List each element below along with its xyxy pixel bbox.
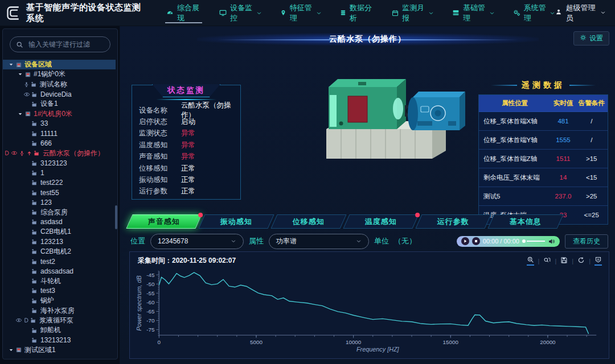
nav-item-1[interactable]: 综合展现	[166, 0, 201, 26]
device-icon	[31, 91, 38, 98]
telemetry-title: 遥测数据	[522, 80, 565, 90]
status-row-5: 声音感知异常	[139, 151, 236, 163]
device-icon	[31, 297, 38, 304]
volume-slider[interactable]	[522, 239, 545, 243]
sidebar-panel: 设备区域#1锅炉0米测试名称DeviceDia设备11#汽机房0米3311111…	[2, 28, 118, 359]
tree-item-label: C2B电机1	[40, 227, 71, 237]
panel-corner	[478, 94, 485, 101]
shield-icon[interactable]	[594, 256, 602, 266]
tree-item-29[interactable]: 13213213	[3, 335, 116, 345]
tree-item-20[interactable]: C2B电机2	[3, 247, 116, 257]
tab-label: 声音感知	[148, 217, 180, 227]
status-row-value: 正常	[181, 175, 195, 185]
tree-item-label: test222	[40, 179, 63, 187]
user-menu[interactable]: 超级管理员	[555, 3, 606, 23]
search-input[interactable]	[27, 40, 104, 49]
svg-text:-55: -55	[146, 290, 155, 296]
play-button[interactable]	[461, 237, 469, 245]
device-icon	[31, 81, 38, 88]
tree-item-24[interactable]: test3	[3, 286, 116, 296]
tree-item-21[interactable]: test2	[3, 257, 116, 266]
unit-value: （无）	[394, 236, 416, 246]
status-row-label: 温度感知	[139, 140, 181, 150]
nav-item-5[interactable]: 监测月报	[392, 0, 434, 26]
nav-item-4[interactable]: 数据分析	[340, 0, 374, 26]
refresh-icon[interactable]	[577, 257, 585, 265]
tree-item-8[interactable]: 11111	[3, 129, 116, 138]
monitor-icon	[219, 9, 227, 16]
nav-item-6[interactable]: 基础管理	[452, 0, 495, 26]
tree-item-11[interactable]: 3123123	[3, 158, 116, 168]
device-icon	[31, 268, 38, 275]
tree-item-7[interactable]: 33	[3, 119, 116, 129]
device-icon	[31, 278, 38, 284]
attribute-select[interactable]: 功率谱	[269, 234, 369, 249]
tree-item-22[interactable]: adssadsad	[3, 266, 116, 276]
tree-item-9[interactable]: 666	[3, 138, 116, 148]
tree-item-17[interactable]: asdasd	[3, 217, 116, 227]
device-icon	[31, 327, 38, 334]
nav-item-3[interactable]: 特征管理	[280, 0, 322, 26]
save-icon[interactable]	[560, 257, 568, 265]
player-time: 00:00 / 00:00	[483, 238, 519, 245]
tree-item-18[interactable]: C2B电机1	[3, 227, 116, 237]
tree-item-25[interactable]: 锅炉	[3, 296, 116, 305]
sidebar-scrollbar[interactable]	[115, 205, 117, 229]
tree-item-30[interactable]: 测试区域1	[3, 345, 116, 355]
app-root: 基于智能声学的设备状态监测系统 综合展现设备监控特征管理数据分析监测月报基础管理…	[0, 0, 615, 364]
telemetry-attr: 剩余电压_泵体末端	[479, 168, 551, 187]
alert-badge	[198, 213, 203, 217]
view-history-button[interactable]: 查看历史	[565, 234, 608, 249]
svg-text:-60: -60	[146, 299, 155, 305]
caret-icon	[9, 62, 14, 67]
tree-item-16[interactable]: 综合泵房	[3, 207, 116, 217]
nav-item-7[interactable]: 系统管理	[513, 0, 556, 26]
settings-button[interactable]: 设置	[573, 31, 609, 46]
telemetry-condition: <15	[575, 168, 608, 187]
tree-item-1[interactable]: 设备区域	[3, 60, 116, 69]
tree-item-5[interactable]: 设备1	[3, 99, 116, 109]
tree-item-label: 11111	[40, 130, 58, 138]
tab-4[interactable]: 温度感知	[343, 214, 419, 229]
tree-item-15[interactable]: 123	[3, 197, 116, 207]
tree-item-10[interactable]: 云酷水泵（勿操作）	[3, 148, 116, 158]
tree-item-3[interactable]: 测试名称	[3, 80, 116, 89]
tree-item-2[interactable]: #1锅炉0米	[3, 69, 116, 79]
pump-3d-model[interactable]	[291, 60, 468, 182]
device-icon	[31, 101, 38, 107]
tree-item-12[interactable]: 1	[3, 168, 116, 177]
tree-item-23[interactable]: 斗轮机	[3, 276, 116, 286]
tab-2[interactable]: 振动感知	[198, 214, 274, 229]
tree-item-14[interactable]: test55	[3, 188, 116, 197]
telemetry-title-row: 遥测数据	[478, 80, 608, 90]
mic-icon	[23, 81, 30, 88]
tree-item-19[interactable]: 123213	[3, 237, 116, 246]
tree-item-4[interactable]: DeviceDia	[3, 89, 116, 99]
tree-item-26[interactable]: 海补水泵房	[3, 305, 116, 315]
device-icon	[31, 169, 38, 176]
device-icon	[30, 317, 37, 324]
tree-item-label: 斗轮机	[40, 276, 61, 286]
zoom-icon[interactable]	[527, 256, 534, 266]
tab-6[interactable]: 基本信息	[487, 214, 563, 229]
area-icon	[24, 71, 31, 78]
tree-item-13[interactable]: test222	[3, 178, 116, 188]
telemetry-row-4: 剩余电压_泵体末端14<15	[479, 168, 608, 187]
controls-row: 位置 12345678 属性 功率谱 单位 （无） 00:00 / 00:00 …	[130, 233, 608, 249]
tree-item-label: 测试名称	[40, 80, 67, 89]
device-search-box[interactable]	[10, 36, 110, 52]
tab-5[interactable]: 运行参数	[415, 214, 491, 229]
alert-badge	[415, 213, 420, 217]
chevron-down-icon	[356, 238, 362, 244]
stop-button[interactable]	[472, 237, 480, 245]
nav-item-2[interactable]: 设备监控	[219, 0, 262, 26]
tab-label: 振动感知	[220, 217, 252, 227]
speaker-icon[interactable]	[548, 238, 555, 245]
tree-item-6[interactable]: 1#汽机房0米	[3, 109, 116, 118]
position-select[interactable]: 12345678	[150, 234, 244, 249]
zoom-reset-icon[interactable]	[543, 257, 551, 265]
tab-1[interactable]: 声音感知	[126, 214, 202, 229]
tree-item-28[interactable]: 卸船机	[3, 325, 116, 335]
tree-item-27[interactable]: 浆液循环泵	[3, 316, 116, 325]
tab-3[interactable]: 位移感知	[270, 214, 346, 229]
